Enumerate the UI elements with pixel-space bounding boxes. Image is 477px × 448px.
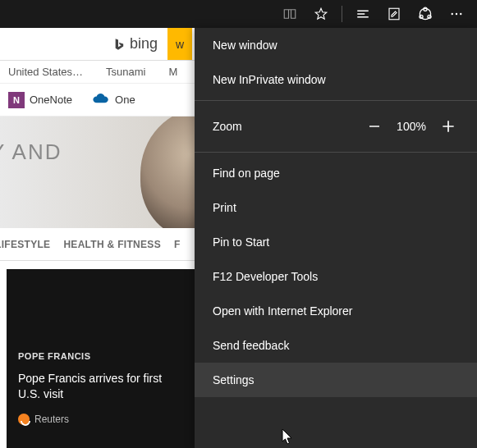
svg-point-3 <box>420 15 423 18</box>
onedrive-label: One <box>115 94 135 106</box>
reading-view-icon[interactable] <box>276 0 304 28</box>
menu-f12[interactable]: F12 Developer Tools <box>195 259 477 294</box>
menu-find[interactable]: Find on page <box>195 156 477 190</box>
hero-text: TY AND <box>0 139 62 165</box>
menu-new-inprivate[interactable]: New InPrivate window <box>195 62 477 97</box>
svg-point-7 <box>460 13 461 15</box>
titlebar <box>0 0 477 28</box>
news-topic[interactable]: M <box>168 66 177 78</box>
bing-logo[interactable]: bing <box>102 28 167 60</box>
category-tab[interactable]: LIFESTYLE <box>0 239 50 250</box>
search-scope-button[interactable]: w <box>167 28 192 60</box>
menu-open-ie[interactable]: Open with Internet Explorer <box>195 294 477 328</box>
story-source: Reuters <box>18 414 69 425</box>
separator <box>342 6 342 22</box>
story-tag: POPE FRANCIS <box>18 351 91 361</box>
more-menu: New window New InPrivate window Zoom 100… <box>195 28 477 448</box>
zoom-value: 100% <box>388 120 434 133</box>
web-note-icon[interactable] <box>380 0 408 28</box>
onedrive-icon <box>92 93 110 107</box>
menu-divider <box>195 152 477 153</box>
onedrive-app-link[interactable]: One <box>92 93 135 107</box>
menu-divider <box>195 100 477 101</box>
bing-label: bing <box>130 35 158 53</box>
news-card[interactable]: POPE FRANCIS Pope Francis arrives for fi… <box>7 269 195 448</box>
onenote-label: OneNote <box>30 94 72 106</box>
menu-new-window[interactable]: New window <box>195 28 477 62</box>
zoom-label: Zoom <box>213 120 360 133</box>
hub-icon[interactable] <box>349 0 377 28</box>
menu-print[interactable]: Print <box>195 190 477 225</box>
menu-pin[interactable]: Pin to Start <box>195 225 477 259</box>
menu-settings[interactable]: Settings <box>195 363 477 397</box>
onenote-app-link[interactable]: N OneNote <box>8 92 72 108</box>
reuters-icon <box>18 414 30 425</box>
menu-zoom-row: Zoom 100% <box>195 104 477 149</box>
menu-feedback[interactable]: Send feedback <box>195 328 477 363</box>
svg-point-1 <box>420 8 430 19</box>
news-topic[interactable]: Tsunami <box>106 66 145 78</box>
svg-rect-0 <box>389 8 399 20</box>
category-tab[interactable]: HEALTH & FITNESS <box>63 239 161 250</box>
svg-point-2 <box>424 7 427 11</box>
story-headline: Pope Francis arrives for first U.S. visi… <box>18 371 166 402</box>
zoom-in-button[interactable] <box>434 115 462 138</box>
category-tab[interactable]: F <box>174 239 181 250</box>
favorite-star-icon[interactable] <box>307 0 335 28</box>
cursor-icon <box>282 428 295 446</box>
svg-point-5 <box>452 13 453 15</box>
source-label: Reuters <box>34 414 69 425</box>
share-icon[interactable] <box>411 0 439 28</box>
zoom-out-button[interactable] <box>360 115 388 138</box>
more-icon[interactable] <box>443 0 470 28</box>
svg-point-6 <box>456 13 457 15</box>
news-topic[interactable]: United States… <box>8 66 83 78</box>
onenote-icon: N <box>8 92 25 108</box>
